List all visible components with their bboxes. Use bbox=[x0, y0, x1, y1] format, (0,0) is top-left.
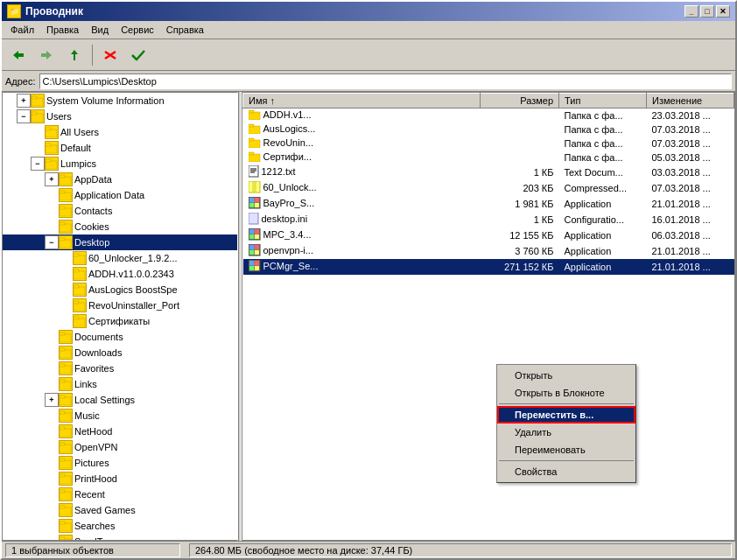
tree-expander-users[interactable]: − bbox=[17, 109, 31, 123]
menubar-item-правка[interactable]: Правка bbox=[41, 23, 84, 37]
table-row[interactable]: 60_Unlock...203 КБCompressed...07.03.201… bbox=[243, 180, 734, 196]
table-row[interactable]: BayPro_S...1 981 КБApplication21.01.2018… bbox=[243, 196, 734, 212]
tree-item-contacts[interactable]: Contacts bbox=[3, 203, 237, 219]
tree-expander-links bbox=[45, 377, 59, 391]
tree-item-users[interactable]: − Users bbox=[3, 108, 237, 124]
tree-expander-desktop[interactable]: − bbox=[45, 235, 59, 249]
tree-item-60-unlocker[interactable]: 60_Unlocker_1.9.2... bbox=[3, 250, 237, 266]
menubar-item-файл[interactable]: Файл bbox=[5, 23, 39, 37]
tree-item-documents[interactable]: Documents bbox=[3, 329, 237, 345]
svg-rect-24 bbox=[74, 287, 85, 295]
context-menu-separator bbox=[499, 403, 634, 404]
tree-item-cookies[interactable]: Cookies bbox=[3, 219, 237, 234]
tree-item-auslogics-boost[interactable]: AusLogics BoostSpe bbox=[3, 282, 237, 298]
tree-item-sertifikaty[interactable]: Сертификаты bbox=[3, 313, 237, 329]
svg-rect-37 bbox=[60, 380, 65, 382]
address-input[interactable] bbox=[39, 74, 732, 89]
menubar-item-сервис[interactable]: Сервис bbox=[116, 23, 159, 37]
tree-item-appdata[interactable]: + AppData bbox=[3, 172, 237, 187]
tree-item-application-data[interactable]: Application Data bbox=[3, 187, 237, 203]
titlebar: 📁 Проводник _ □ ✕ bbox=[2, 2, 735, 21]
svg-rect-36 bbox=[60, 382, 71, 389]
confirm-button[interactable] bbox=[125, 43, 151, 67]
svg-rect-57 bbox=[60, 537, 65, 540]
table-row[interactable]: desktop.ini1 КБConfiguratio...16.01.2018… bbox=[243, 212, 734, 228]
tree-item-links[interactable]: Links bbox=[3, 376, 237, 392]
file-type: Application bbox=[559, 259, 647, 275]
tree-item-desktop[interactable]: − Desktop bbox=[3, 234, 237, 250]
back-button[interactable] bbox=[5, 43, 32, 67]
context-menu-item-open-notepad[interactable]: Открыть в Блокноте bbox=[497, 384, 635, 402]
tree-item-revo-uninstaller[interactable]: RevoUninstaller_Port bbox=[3, 298, 237, 313]
tree-expander-system-volume[interactable]: + bbox=[17, 94, 31, 108]
tree-expander-lumpics[interactable]: − bbox=[31, 157, 45, 171]
tree-item-favorites[interactable]: Favorites bbox=[3, 360, 237, 376]
context-menu-item-open[interactable]: Открыть bbox=[497, 367, 635, 384]
svg-rect-52 bbox=[60, 508, 71, 515]
tree-item-printhood[interactable]: PrintHood bbox=[3, 471, 237, 486]
col-name[interactable]: Имя ↑ bbox=[243, 94, 481, 108]
up-button[interactable] bbox=[61, 43, 88, 67]
svg-rect-85 bbox=[255, 245, 259, 249]
tree-expander-appdata[interactable]: + bbox=[45, 172, 59, 186]
tree-expander-auslogics-boost bbox=[59, 283, 73, 297]
svg-rect-60 bbox=[249, 126, 260, 134]
file-modified: 07.03.2018 ... bbox=[647, 180, 734, 196]
tree-item-nethood[interactable]: NetHood bbox=[3, 424, 237, 439]
svg-rect-80 bbox=[255, 229, 259, 234]
context-menu-item-delete[interactable]: Удалить bbox=[497, 424, 635, 441]
tree-item-pictures[interactable]: Pictures bbox=[3, 455, 237, 471]
tree-item-downloads[interactable]: Downloads bbox=[3, 345, 237, 360]
tree-item-music[interactable]: Music bbox=[3, 408, 237, 424]
forward-button[interactable] bbox=[33, 43, 60, 67]
delete-button[interactable] bbox=[97, 43, 123, 67]
col-size[interactable]: Размер bbox=[481, 94, 559, 108]
svg-rect-17 bbox=[60, 222, 65, 225]
tree-item-system-volume[interactable]: + System Volume Information bbox=[3, 93, 237, 108]
tree-item-openvpn[interactable]: OpenVPN bbox=[3, 439, 237, 455]
tree-expander-revo-uninstaller bbox=[59, 298, 73, 312]
svg-rect-23 bbox=[74, 270, 79, 272]
minimize-button[interactable]: _ bbox=[684, 5, 698, 18]
svg-rect-46 bbox=[60, 460, 71, 468]
tree-expander-documents bbox=[45, 330, 59, 344]
file-type: Папка с фа... bbox=[559, 108, 647, 123]
table-row[interactable]: openvpn-i...3 760 КБApplication21.01.201… bbox=[243, 243, 734, 259]
col-type[interactable]: Тип bbox=[559, 94, 647, 108]
tree-expander-local-settings[interactable]: + bbox=[45, 393, 59, 407]
table-row[interactable]: AusLogics...Папка с фа...07.03.2018 ... bbox=[243, 122, 734, 136]
table-row[interactable]: Сертифи...Папка с фа...05.03.2018 ... bbox=[243, 150, 734, 164]
tree-item-default[interactable]: Default bbox=[3, 140, 237, 156]
close-button[interactable]: ✕ bbox=[716, 5, 730, 18]
tree-expander-contacts bbox=[45, 204, 59, 218]
tree-item-saved-games[interactable]: Saved Games bbox=[3, 502, 237, 518]
tree-item-recent[interactable]: Recent bbox=[3, 486, 237, 502]
tree-item-label: Application Data bbox=[74, 190, 144, 200]
svg-rect-9 bbox=[46, 159, 51, 162]
context-menu-item-move-to[interactable]: Переместить в... bbox=[497, 406, 635, 424]
context-menu-item-rename[interactable]: Переименовать bbox=[497, 441, 635, 458]
tree-item-lumpics[interactable]: − Lumpics bbox=[3, 156, 237, 172]
tree-item-addh-v11[interactable]: ADDH.v11.0.0.2343 bbox=[3, 266, 237, 282]
table-row[interactable]: 1212.txt1 КБText Docum...03.03.2018 ... bbox=[243, 164, 734, 180]
table-row[interactable]: RevoUnin...Папка с фа...07.03.2018 ... bbox=[243, 136, 734, 150]
table-row[interactable]: PCMgr_Se...271 152 КБApplication21.01.20… bbox=[243, 259, 734, 275]
folder-icon bbox=[73, 267, 87, 281]
tree-item-all-users[interactable]: All Users bbox=[3, 124, 237, 140]
table-row[interactable]: ADDH.v1...Папка с фа...23.03.2018 ... bbox=[243, 108, 734, 123]
menubar-item-вид[interactable]: Вид bbox=[86, 23, 114, 37]
file-name: AusLogics... bbox=[243, 122, 481, 136]
col-modified[interactable]: Изменение bbox=[647, 94, 734, 108]
maximize-button[interactable]: □ bbox=[700, 5, 714, 18]
svg-rect-59 bbox=[249, 110, 254, 113]
tree-item-label: Music bbox=[74, 410, 100, 421]
menubar-item-справка[interactable]: Справка bbox=[161, 23, 209, 37]
svg-rect-7 bbox=[46, 144, 51, 146]
file-size: 271 152 КБ bbox=[481, 259, 559, 275]
tree-item-sendto[interactable]: SendTo bbox=[3, 534, 237, 541]
table-row[interactable]: MPC_3.4...12 155 КБApplication06.03.2018… bbox=[243, 228, 734, 243]
tree-item-local-settings[interactable]: + Local Settings bbox=[3, 392, 237, 408]
context-menu-item-properties[interactable]: Свойства bbox=[497, 463, 635, 480]
tree-item-searches[interactable]: Searches bbox=[3, 518, 237, 534]
file-modified: 07.03.2018 ... bbox=[647, 136, 734, 150]
